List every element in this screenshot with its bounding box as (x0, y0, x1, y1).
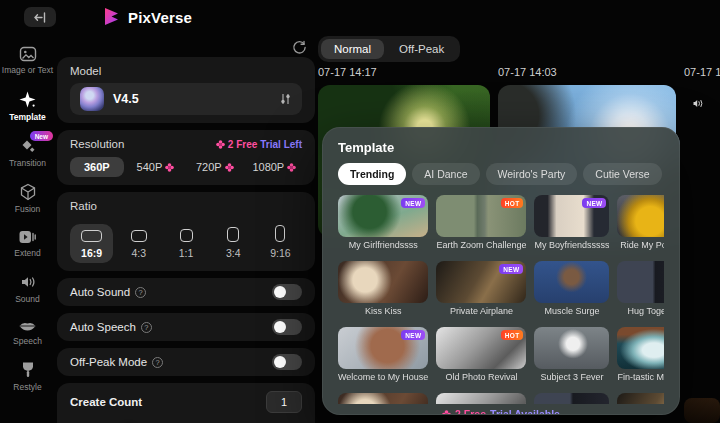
template-card[interactable] (617, 393, 664, 404)
template-card[interactable]: NEW My Boyfriendsssss (534, 195, 609, 250)
template-thumbnail: NEW (338, 195, 428, 237)
tab-off-peak[interactable]: Off-Peak (386, 39, 457, 59)
trial-left-indicator: 2 Free Trial Left (216, 139, 302, 150)
new-badge: NEW (582, 198, 606, 208)
image-icon (19, 46, 37, 62)
template-card-label: Old Photo Revival (436, 372, 526, 382)
auto-speech-toggle[interactable] (272, 319, 302, 335)
help-icon[interactable]: ? (141, 322, 152, 333)
generation-timestamp: 07-17 14:17 (318, 66, 490, 78)
sidebar-item-extend[interactable]: Extend (0, 229, 55, 258)
new-badge: NEW (401, 198, 425, 208)
template-card[interactable]: Kiss Kiss (338, 261, 428, 316)
ratio-section: Ratio 16:9 4:3 1:1 3:4 (57, 192, 315, 271)
app-name: PixVerse (128, 9, 192, 26)
tab-cutie-verse[interactable]: Cutie Verse (583, 163, 661, 185)
help-icon[interactable]: ? (135, 287, 146, 298)
template-thumbnail: NEW (436, 261, 526, 303)
off-peak-mode-row: Off-Peak Mode ? (57, 348, 315, 376)
template-card-label: Hug Together (617, 306, 664, 316)
hot-badge: HOT (501, 330, 524, 340)
sidebar-item-sound[interactable]: Sound (0, 273, 55, 304)
generated-video-thumbnail-partial[interactable] (684, 398, 720, 423)
template-thumbnail (534, 261, 609, 303)
sidebar-item-restyle[interactable]: Restyle (0, 361, 55, 392)
template-card[interactable]: HOT Hug Together (617, 261, 664, 316)
sidebar-item-image-or-text[interactable]: Image or Text (0, 46, 55, 75)
sidebar-item-label: Speech (13, 336, 42, 346)
ratio-option-label: 4:3 (132, 247, 147, 259)
tab-normal[interactable]: Normal (321, 39, 384, 59)
tab-ai-dance[interactable]: AI Dance (412, 163, 479, 185)
template-card[interactable] (338, 393, 428, 404)
sidebar-item-speech[interactable]: Speech (0, 319, 55, 346)
template-card[interactable]: Subject 3 Fever (534, 327, 609, 382)
template-card-label: Welcome to My House (338, 372, 428, 382)
template-thumbnail: HOT (617, 195, 664, 237)
template-card[interactable]: HOT Old Photo Revival (436, 327, 526, 382)
off-peak-mode-toggle[interactable] (272, 354, 302, 370)
new-feature-badge: New (30, 131, 53, 141)
model-thumbnail (80, 87, 104, 111)
flower-icon (165, 163, 174, 172)
help-icon[interactable]: ? (152, 357, 163, 368)
template-thumbnail (617, 327, 664, 369)
extend-video-icon (18, 229, 37, 245)
ratio-option-4-3[interactable]: 4:3 (117, 224, 160, 263)
reset-settings-button[interactable] (288, 36, 310, 58)
template-thumbnail (534, 327, 609, 369)
resolution-option-360p[interactable]: 360P (70, 157, 124, 177)
aspect-1-1-icon (180, 229, 193, 242)
tab-weirdos-party[interactable]: Weirdo's Party (486, 163, 578, 185)
template-thumbnail: NEW (534, 195, 609, 237)
model-selector[interactable]: V4.5 (70, 83, 302, 115)
collapse-sidebar-button[interactable] (24, 7, 56, 27)
ratio-option-label: 3:4 (226, 247, 241, 259)
sidebar-item-label: Template (9, 112, 46, 122)
auto-sound-row: Auto Sound ? (57, 278, 315, 306)
ratio-option-label: 16:9 (81, 247, 102, 259)
app-logo[interactable]: PixVerse (102, 7, 192, 28)
resolution-option-1080p[interactable]: 1080P (247, 161, 302, 173)
top-bar: PixVerse (0, 0, 720, 34)
ratio-option-label: 9:16 (270, 247, 290, 259)
template-card-label: Ride My Porsche (617, 240, 664, 250)
toggle-knob (274, 286, 286, 298)
template-card[interactable]: HOT Earth Zoom Challenge (436, 195, 526, 250)
aspect-4-3-icon (131, 230, 147, 242)
template-card[interactable] (534, 393, 609, 404)
template-card[interactable]: NEW My Girlfriendssss (338, 195, 428, 250)
sidebar-item-fusion[interactable]: Fusion (0, 183, 55, 214)
ratio-option-1-1[interactable]: 1:1 (164, 223, 207, 263)
template-card-label: Fin-tastic Mermaid (617, 372, 664, 382)
ratio-option-3-4[interactable]: 3:4 (212, 221, 255, 263)
template-card-label: Muscle Surge (534, 306, 609, 316)
resolution-option-720p[interactable]: 720P (187, 161, 242, 173)
template-card-label: Subject 3 Fever (534, 372, 609, 382)
create-count-value[interactable]: 1 (266, 391, 302, 413)
sidebar-item-template[interactable]: Template (0, 90, 55, 122)
template-card[interactable] (436, 393, 526, 404)
trial-available-indicator: 2 Free Trial Available (338, 408, 664, 415)
template-card[interactable]: NEW Welcome to My House (338, 327, 428, 382)
ratio-option-16-9[interactable]: 16:9 (70, 224, 113, 263)
template-grid: NEW My Girlfriendssss HOT Earth Zoom Cha… (338, 195, 664, 404)
auto-sound-label: Auto Sound (70, 286, 130, 298)
ratio-option-label: 1:1 (179, 247, 194, 259)
off-peak-mode-label: Off-Peak Mode (70, 356, 147, 368)
ratio-option-9-16[interactable]: 9:16 (259, 219, 302, 263)
template-thumbnail: NEW (338, 327, 428, 369)
auto-sound-toggle[interactable] (272, 284, 302, 300)
template-card[interactable]: Fin-tastic Mermaid (617, 327, 664, 382)
generated-video-thumbnail[interactable] (684, 85, 720, 184)
sidebar-item-label: Transition (9, 158, 46, 168)
sidebar-item-label: Extend (14, 248, 40, 258)
queue-mode-tabs: Normal Off-Peak (318, 36, 460, 62)
resolution-section: Resolution 2 Free Trial Left 360P 540P (57, 130, 315, 185)
template-card[interactable]: NEW Private Airplane (436, 261, 526, 316)
template-card[interactable]: HOT Ride My Porsche (617, 195, 664, 250)
sidebar-item-transition[interactable]: New Transition (0, 137, 55, 168)
tab-trending[interactable]: Trending (338, 163, 406, 185)
resolution-option-540p[interactable]: 540P (128, 161, 183, 173)
template-card[interactable]: Muscle Surge (534, 261, 609, 316)
